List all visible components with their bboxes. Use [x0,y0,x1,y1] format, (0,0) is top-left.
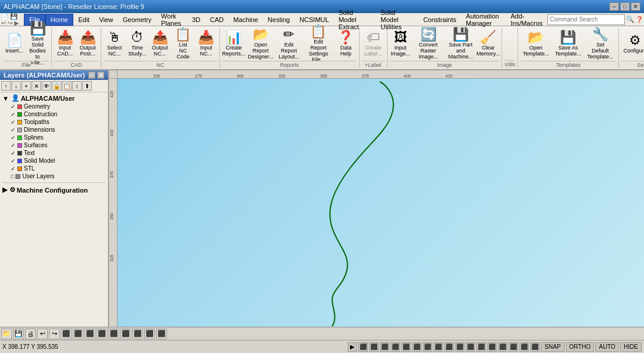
select-nc-button[interactable]: 🖱 SelectNC... [104,27,125,61]
time-study-button[interactable]: ⏱ TimeStudy... [126,27,148,61]
bottom-tool-9[interactable]: ⬛ [109,329,119,339]
status-icon-14[interactable]: ⬛ [487,342,497,352]
status-icon-15[interactable]: ⬛ [498,342,507,352]
layer-tool-2[interactable]: ↓ [11,81,21,91]
bottom-tool-redo[interactable]: ↪ [49,329,60,339]
edit-report-settings-button[interactable]: 📋 Edit ReportSettings File... [303,27,334,61]
menu-addins[interactable]: Add-Ins/Macros [506,14,547,26]
output-nc-button[interactable]: 📤 OutputNC... [149,27,171,61]
panel-minimize-button[interactable]: ─ [88,72,95,79]
status-icon-4[interactable]: ⬛ [380,342,389,352]
output-post-button[interactable]: 📤 OutputPost... [77,27,98,61]
status-icon-7[interactable]: ⬛ [412,342,422,352]
layer-item-stl[interactable]: ✓ STL [1,165,107,172]
save-as-template-button[interactable]: 💾 Save AsTemplate... [553,27,584,61]
insert-button[interactable]: 📄 Insert... [4,27,25,61]
bottom-tool-13[interactable]: ⬛ [156,329,167,339]
panel-close-button[interactable]: ✕ [97,72,104,79]
status-icon-2[interactable]: ⬛ [358,342,368,352]
bottom-tool-8[interactable]: ⬛ [97,329,107,339]
status-icon-5[interactable]: ⬛ [391,342,400,352]
layer-tool-sort[interactable]: ↕ [72,81,82,91]
layer-tool-copy[interactable]: 📋 [62,81,72,91]
bottom-tool-10[interactable]: ⬛ [120,329,131,339]
layer-tool-visible[interactable]: 👁 [42,81,51,91]
edit-report-layout-button[interactable]: ✏ Edit ReportLayout... [276,27,302,61]
layer-tool-lock[interactable]: 🔒 [52,81,61,91]
status-icon-3[interactable]: ⬛ [369,342,379,352]
layer-tool-delete[interactable]: ✕ [32,81,41,91]
minimize-button[interactable]: ─ [609,2,619,11]
clear-memory-button[interactable]: 🧹 ClearMemory... [477,27,500,61]
menu-solidutils[interactable]: Solid Model Utilities [376,14,418,26]
menu-nesting[interactable]: Nesting [263,14,295,26]
status-icon-11[interactable]: ⬛ [455,342,465,352]
status-icon-12[interactable]: ⬛ [466,342,475,352]
status-icon-1[interactable]: ▶ [348,342,357,352]
layer-item-toolpaths[interactable]: ✓ Toolpaths [1,118,107,126]
layer-item-dimensions[interactable]: ✓ Dimensions [1,126,107,134]
status-icon-18[interactable]: ⬛ [530,342,540,352]
layer-item-userlayers[interactable]: □ User Layers [1,172,107,180]
save-solid-bodies-button[interactable]: 💾 Save Solid Bodiesto File... [26,27,49,61]
menu-cad[interactable]: CAD [205,14,228,26]
help-icon[interactable]: ❓ [636,16,643,23]
create-label-button[interactable]: 🏷 CreateLabel... [362,27,385,61]
hide-button[interactable]: HIDE [620,342,642,352]
layer-item-geometry[interactable]: ✓ Geometry [1,103,107,110]
close-button[interactable]: ✕ [631,2,640,11]
bottom-tool-6[interactable]: ⬛ [73,329,83,339]
bottom-tool-undo[interactable]: ↩ [37,329,48,339]
set-default-template-button[interactable]: 🔧 Set DefaultTemplate... [585,27,616,61]
search-icon[interactable]: 🔍 [626,16,634,23]
layer-item-text[interactable]: ✓ Text [1,149,107,157]
maximize-button[interactable]: □ [620,2,630,11]
status-icon-13[interactable]: ⬛ [476,342,486,352]
menu-solidextract[interactable]: Solid Model Extract [334,14,376,26]
layer-section-header-alphacam[interactable]: ▼ 👤 ALPHACAM/User [1,94,107,103]
snap-button[interactable]: SNAP [541,342,564,352]
status-icon-8[interactable]: ⬛ [423,342,432,352]
convert-raster-button[interactable]: 🔄 Convert RasterImage... [413,27,444,61]
bottom-tool-12[interactable]: ⬛ [144,329,155,339]
menu-edit[interactable]: Edit [73,14,94,26]
menu-view[interactable]: View [94,14,118,26]
bottom-tool-7[interactable]: ⬛ [85,329,95,339]
data-help-button[interactable]: ❓ DataHelp [335,27,357,61]
bottom-tool-print[interactable]: 🖨 [25,329,36,339]
input-nc-button[interactable]: 📥 InputNC... [196,27,217,61]
input-image-button[interactable]: 🖼 InputImage... [390,27,411,61]
layer-item-construction[interactable]: ✓ Construction [1,110,107,118]
status-icon-16[interactable]: ⬛ [509,342,518,352]
save-part-machine-button[interactable]: 💾 Save Part andMachine... [445,27,476,61]
layer-tool-1[interactable]: ↑ [1,81,11,91]
status-icon-6[interactable]: ⬛ [401,342,411,352]
menu-geometry[interactable]: Geometry [118,14,156,26]
menu-automation[interactable]: Automation Manager [461,14,506,26]
ortho-button[interactable]: ORTHO [566,342,595,352]
layer-item-solidmodel[interactable]: ✓ Solid Model [1,157,107,165]
create-reports-button[interactable]: 📊 CreateReports... [222,27,245,61]
menu-home[interactable]: Home [45,14,73,26]
layer-item-surfaces[interactable]: ✓ Surfaces [1,141,107,149]
menu-workplanes[interactable]: Work Planes [156,14,187,26]
bottom-tool-save[interactable]: 💾 [13,329,24,339]
auto-button[interactable]: AUTO [595,342,619,352]
list-nc-button[interactable]: 📋 ListNC Code [172,27,194,61]
layer-tool-add[interactable]: + [21,81,31,91]
status-icon-17[interactable]: ⬛ [519,342,529,352]
layer-tool-up[interactable]: ⬆ [82,81,92,91]
menu-machine[interactable]: Machine [228,14,263,26]
layer-item-splines[interactable]: ✓ Splines [1,134,107,141]
layer-section-header-machine[interactable]: ▶ ⚙ Machine Configuration [1,185,107,194]
menu-constraints[interactable]: Constraints [419,14,462,26]
configure-button[interactable]: ⚙ Configure [621,27,644,61]
open-report-designer-button[interactable]: 📂 Open ReportDesigner... [246,27,275,61]
canvas-area[interactable]: 250 275 300 325 350 375 400 425 425 400 … [109,70,644,327]
drawing-canvas[interactable] [117,79,644,327]
status-icon-9[interactable]: ⬛ [434,342,443,352]
bottom-tool-open[interactable]: 📁 [1,329,12,339]
bottom-tool-11[interactable]: ⬛ [132,329,143,339]
search-input[interactable] [547,14,625,25]
open-template-button[interactable]: 📂 OpenTemplate... [521,27,552,61]
